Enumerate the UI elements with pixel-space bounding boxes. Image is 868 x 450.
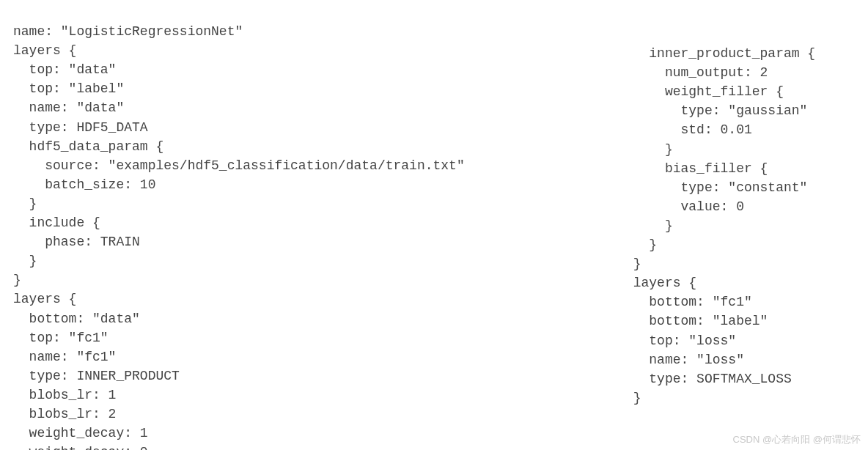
code-line: layers { (13, 292, 76, 306)
code-line: type: "gaussian" (633, 103, 808, 118)
code-line: bottom: "fc1" (633, 295, 752, 309)
code-line: value: 0 (633, 199, 744, 214)
code-line: } (633, 218, 673, 233)
code-line: top: "loss" (633, 333, 736, 348)
code-line: type: SOFTMAX_LOSS (633, 372, 792, 386)
code-line: type: INNER_PRODUCT (13, 369, 180, 383)
code-line: blobs_lr: 2 (13, 407, 116, 421)
code-line: std: 0.01 (633, 122, 752, 137)
code-line: weight_decay: 1 (13, 426, 148, 440)
code-line: top: "data" (13, 62, 116, 77)
code-line: blobs_lr: 1 (13, 388, 116, 402)
code-line: bottom: "data" (13, 311, 140, 326)
code-container: name: "LogisticRegressionNet" layers { t… (0, 0, 868, 450)
code-line: source: "examples/hdf5_classification/da… (13, 158, 465, 173)
code-line: inner_product_param { (633, 46, 815, 61)
code-line: name: "fc1" (13, 350, 116, 364)
code-line: } (633, 257, 641, 271)
watermark-text: CSDN @心若向阳 @何谓悲怀 (733, 433, 861, 447)
code-line: type: HDF5_DATA (13, 120, 148, 135)
code-column-left: name: "LogisticRegressionNet" layers { t… (7, 3, 465, 450)
code-line: } (13, 254, 37, 268)
code-line: name: "loss" (633, 353, 744, 367)
code-line: layers { (633, 276, 696, 290)
code-line: } (13, 196, 37, 211)
code-line: bottom: "label" (633, 314, 768, 328)
code-line: num_output: 2 (633, 65, 768, 80)
code-line: } (633, 237, 657, 252)
code-line: } (633, 142, 673, 157)
code-line: weight_decay: 0 (13, 445, 148, 450)
code-line: include { (13, 215, 100, 230)
code-column-right: inner_product_param { num_output: 2 weig… (465, 3, 815, 450)
code-line: } (633, 391, 641, 405)
code-line: hdf5_data_param { (13, 139, 163, 154)
code-line: name: "data" (13, 100, 124, 115)
code-line: name: "LogisticRegressionNet" (13, 24, 243, 39)
code-line: type: "constant" (633, 180, 808, 195)
code-line: top: "label" (13, 81, 124, 96)
code-line: weight_filler { (633, 84, 784, 99)
code-line: phase: TRAIN (13, 235, 140, 249)
code-line: bias_filler { (633, 161, 768, 176)
code-line: top: "fc1" (13, 331, 108, 345)
code-line: layers { (13, 43, 76, 58)
code-line: batch_size: 10 (13, 177, 155, 192)
code-line: } (13, 273, 21, 287)
